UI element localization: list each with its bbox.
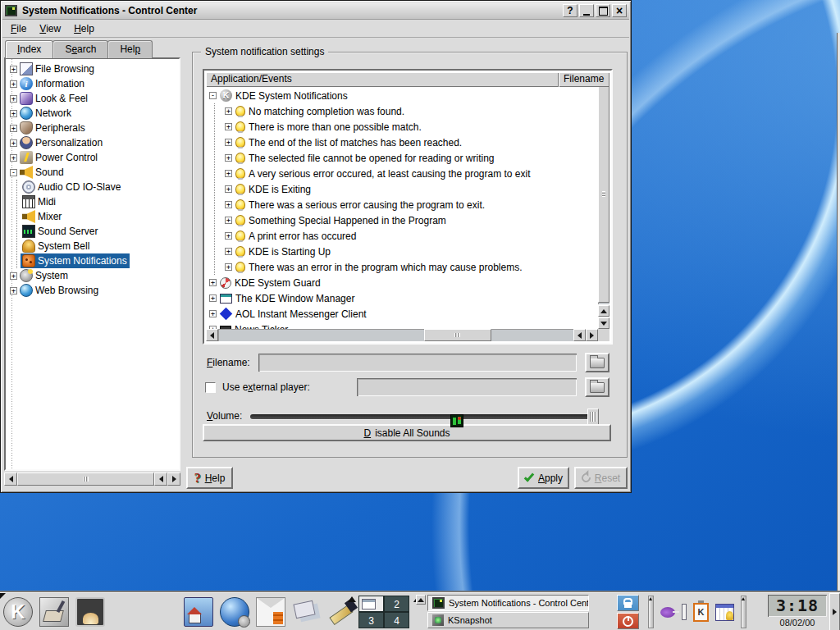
scroll-track[interactable] xyxy=(17,472,154,486)
expander-icon[interactable]: + xyxy=(10,272,17,280)
expander-icon[interactable]: + xyxy=(10,125,17,132)
reset-button[interactable]: Reset xyxy=(574,467,628,489)
sidebar-item-network[interactable]: +Network xyxy=(8,106,74,121)
event-item-the-kde-window-manager[interactable]: +The KDE Window Manager xyxy=(206,290,354,306)
expander-icon[interactable]: + xyxy=(10,66,17,73)
home-launcher-button[interactable] xyxy=(183,596,214,628)
sidebar-item-midi[interactable]: Midi xyxy=(21,194,58,209)
tasklist-scroll-up-button[interactable] xyxy=(416,595,426,605)
klipper-tray-icon[interactable] xyxy=(693,603,709,622)
expander-icon[interactable]: + xyxy=(10,110,17,117)
taskbar-task-system-notifications-control-c[interactable]: System Notifications - Control Cente xyxy=(427,595,589,611)
expander-icon[interactable]: + xyxy=(225,185,232,193)
scroll-left-button-2[interactable] xyxy=(573,329,586,341)
scroll-track[interactable] xyxy=(218,329,573,341)
pager-handle[interactable] xyxy=(348,596,356,602)
event-item-a-print-error-has-occured[interactable]: +A print error has occured xyxy=(221,228,356,244)
event-item-the-selected-file-cannot-be-opened-for-r[interactable]: +The selected file cannot be opened for … xyxy=(221,150,495,166)
expander-icon[interactable]: + xyxy=(225,123,232,130)
sidebar-item-system-notifications[interactable]: System Notifications xyxy=(21,253,130,268)
expander-icon[interactable]: + xyxy=(209,294,217,302)
menu-view[interactable]: View xyxy=(33,21,67,36)
scroll-right-button[interactable] xyxy=(586,329,598,341)
event-item-something-special-happened-in-the-progra[interactable]: +Something Special Happened in the Progr… xyxy=(221,212,446,228)
tray-handle-right[interactable] xyxy=(741,596,746,628)
sidebar-item-sound-server[interactable]: Sound Server xyxy=(21,224,100,239)
scroll-up-button-2[interactable] xyxy=(598,305,609,317)
scroll-thumb[interactable] xyxy=(598,85,609,303)
expander-icon[interactable]: + xyxy=(225,170,232,177)
pager-desktop-1[interactable] xyxy=(358,596,384,612)
external-player-input[interactable] xyxy=(357,378,577,396)
expander-icon[interactable]: + xyxy=(10,95,17,103)
apply-button[interactable]: Apply xyxy=(518,467,569,489)
titlebar[interactable]: System Notifications - Control Center xyxy=(2,2,629,20)
expander-icon[interactable]: + xyxy=(225,232,232,240)
expander-icon[interactable]: + xyxy=(10,80,17,88)
volume-track[interactable] xyxy=(250,414,597,419)
sidebar-item-mixer[interactable]: Mixer xyxy=(21,209,64,224)
expander-icon[interactable]: + xyxy=(225,201,232,208)
browser-launcher-button[interactable] xyxy=(219,596,250,628)
expander-icon[interactable]: + xyxy=(225,107,232,115)
tray-handle[interactable] xyxy=(648,596,654,628)
sidebar-item-personalization[interactable]: +Personalization xyxy=(8,135,105,150)
sidebar-item-system[interactable]: +System xyxy=(8,268,71,283)
use-external-player-checkbox[interactable] xyxy=(205,382,216,393)
disable-all-sounds-button[interactable]: Disable All Sounds xyxy=(203,424,611,441)
event-item-kde-system-guard[interactable]: +KDE System Guard xyxy=(206,275,321,290)
scroll-track[interactable] xyxy=(598,84,609,304)
event-item-no-matching-completion-was-found[interactable]: +No matching completion was found. xyxy=(221,103,404,119)
close-window-button[interactable] xyxy=(612,4,627,17)
volume-slider[interactable] xyxy=(250,409,597,425)
lock-screen-button[interactable] xyxy=(617,595,639,611)
event-item-kde-is-exiting[interactable]: +KDE is Exiting xyxy=(221,181,311,197)
sidebar-item-web-browsing[interactable]: +Web Browsing xyxy=(8,283,101,298)
tab-search[interactable]: Search xyxy=(52,40,108,58)
system-monitor-launcher-button[interactable] xyxy=(111,596,142,628)
cards-launcher-button[interactable] xyxy=(291,596,322,628)
panel-hide-button[interactable] xyxy=(829,593,840,630)
filename-browse-button[interactable] xyxy=(585,353,609,372)
sidebar-item-peripherals[interactable]: +Peripherals xyxy=(8,121,88,135)
scroll-right-button[interactable] xyxy=(167,472,180,486)
column-application-events[interactable]: Application/Events xyxy=(206,72,559,87)
scroll-left-button[interactable] xyxy=(4,472,17,486)
help-window-button[interactable] xyxy=(563,4,578,17)
pager-desktop-2[interactable]: 2 xyxy=(384,596,409,612)
help-launcher-button[interactable] xyxy=(147,596,178,628)
event-item-kde-system-notifications[interactable]: -KDE System Notifications xyxy=(206,88,348,103)
scroll-thumb[interactable] xyxy=(17,472,154,486)
taskbar-task-ksnapshot[interactable]: KSnapshot xyxy=(427,612,589,628)
panel-edge-strip[interactable] xyxy=(837,33,840,592)
sidebar-item-system-bell[interactable]: System Bell xyxy=(21,239,92,253)
expander-icon[interactable]: - xyxy=(10,169,17,176)
desktop-launcher-button[interactable] xyxy=(39,596,70,628)
volume-handle[interactable] xyxy=(587,409,599,425)
event-item-kde-is-starting-up[interactable]: +KDE is Starting Up xyxy=(221,244,331,259)
column-filename[interactable]: Filename xyxy=(559,72,609,87)
filename-input[interactable] xyxy=(258,354,577,372)
kmenu-launcher-button[interactable] xyxy=(2,596,34,628)
expander-icon[interactable]: + xyxy=(10,287,17,294)
pager-desktop-3[interactable]: 3 xyxy=(358,612,384,628)
event-item-there-was-a-serious-error-causing-the-pr[interactable]: +There was a serious error causing the p… xyxy=(221,197,485,212)
mail-launcher-button[interactable] xyxy=(255,596,286,628)
help-button[interactable]: ?Help xyxy=(186,467,233,489)
sidebar-item-power-control[interactable]: +Power Control xyxy=(8,150,100,165)
event-item-news-ticker[interactable]: +News Ticker xyxy=(206,322,288,329)
menu-help[interactable]: Help xyxy=(67,21,101,36)
scroll-left-button[interactable] xyxy=(206,329,218,341)
event-item-a-very-serious-error-occured-at-least-ca[interactable]: +A very serious error occured, at least … xyxy=(221,166,531,181)
expander-icon[interactable]: + xyxy=(225,248,232,255)
sidebar-item-look-feel[interactable]: +Look & Feel xyxy=(8,91,90,106)
tab-index[interactable]: Index xyxy=(5,40,53,58)
event-item-aol-instant-messenger-client[interactable]: +AOL Instant Messenger Client xyxy=(206,306,367,322)
expander-icon[interactable]: + xyxy=(209,279,217,286)
expander-icon[interactable]: + xyxy=(10,154,17,162)
minimize-window-button[interactable] xyxy=(579,4,594,17)
clock-applet[interactable]: 3:18 08/02/00 xyxy=(768,595,827,629)
maximize-window-button[interactable] xyxy=(596,4,610,17)
scroll-down-button[interactable] xyxy=(598,317,609,329)
event-item-there-is-more-than-one-possible-match[interactable]: +There is more than one possible match. xyxy=(221,119,422,135)
